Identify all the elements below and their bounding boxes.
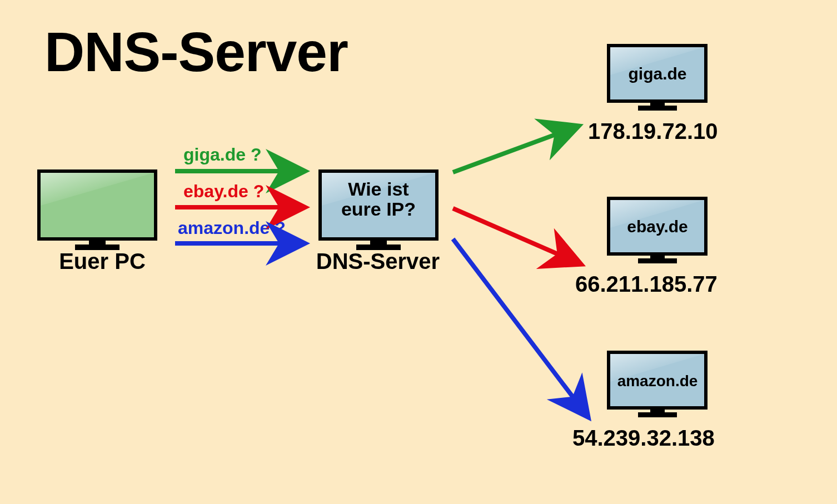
arrow-resolve-amazon [453, 239, 575, 400]
server-amazon-name: amazon.de [617, 372, 698, 390]
server-ebay-icon: ebay.de [609, 198, 706, 263]
dns-server-icon: Wie ist eure IP? [320, 171, 437, 250]
server-giga-icon: giga.de [609, 46, 706, 111]
arrow-resolve-giga [453, 133, 559, 172]
arrow-resolve-ebay [453, 208, 561, 256]
server-giga-name: giga.de [628, 64, 686, 83]
svg-rect-19 [638, 412, 677, 417]
dns-question-line2: eure IP? [341, 198, 416, 219]
svg-rect-3 [75, 244, 119, 250]
dns-question-line1: Wie ist [348, 178, 408, 199]
svg-rect-15 [638, 258, 677, 263]
pc-icon [39, 171, 156, 250]
svg-rect-11 [638, 106, 677, 111]
svg-rect-7 [356, 244, 401, 250]
server-ebay-name: ebay.de [627, 217, 688, 236]
server-amazon-icon: amazon.de [609, 352, 706, 417]
diagram-canvas: Wie ist eure IP? giga.de ebay.de amazon.… [0, 0, 837, 504]
